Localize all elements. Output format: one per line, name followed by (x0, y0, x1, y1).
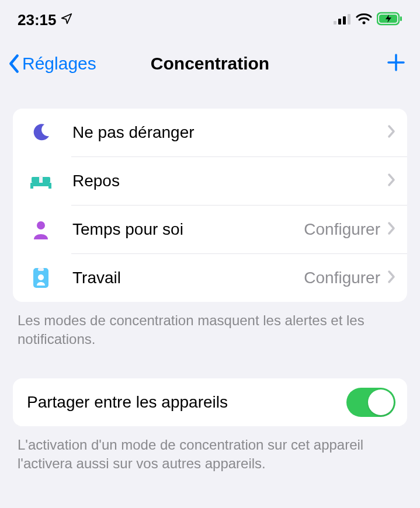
svg-rect-10 (30, 185, 33, 189)
moon-icon (27, 122, 55, 143)
cellular-icon (334, 13, 351, 27)
chevron-right-icon (387, 221, 395, 238)
back-button[interactable]: Réglages (7, 54, 96, 74)
status-time: 23:15 (18, 11, 57, 29)
chevron-right-icon (387, 173, 395, 189)
focus-mode-do-not-disturb[interactable]: Ne pas déranger (13, 109, 407, 156)
chevron-left-icon (7, 54, 21, 74)
plus-icon (386, 53, 406, 72)
svg-rect-2 (343, 16, 346, 25)
svg-point-4 (363, 22, 366, 25)
badge-icon (27, 267, 55, 289)
switch-knob (368, 389, 394, 415)
svg-rect-11 (48, 185, 51, 189)
add-button[interactable] (386, 53, 406, 75)
focus-modes-footer: Les modes de concentration masquent les … (0, 302, 420, 349)
focus-mode-sleep[interactable]: Repos (13, 157, 407, 205)
focus-mode-personal[interactable]: Temps pour soi Configurer (13, 206, 407, 253)
svg-rect-3 (348, 14, 350, 25)
focus-mode-label: Repos (72, 172, 120, 190)
back-label: Réglages (22, 54, 96, 74)
svg-point-16 (38, 274, 44, 280)
status-bar: 23:15 (0, 0, 420, 35)
focus-mode-label: Travail (72, 269, 121, 287)
chevron-right-icon (387, 124, 395, 141)
location-icon (60, 11, 73, 29)
battery-charging-icon (377, 12, 402, 28)
focus-mode-label: Ne pas déranger (72, 123, 195, 142)
focus-mode-label: Temps pour soi (72, 220, 183, 239)
share-toggle[interactable] (346, 388, 395, 417)
focus-modes-section: Ne pas déranger Repos (13, 109, 407, 302)
share-across-devices-row: Partager entre les appareils (13, 378, 407, 426)
share-footer: L'activation d'un mode de concentration … (0, 426, 420, 474)
svg-rect-7 (400, 16, 402, 21)
person-icon (27, 220, 55, 239)
bed-icon (27, 172, 55, 190)
share-section: Partager entre les appareils (13, 378, 407, 426)
svg-rect-9 (30, 183, 51, 186)
svg-rect-1 (338, 19, 341, 25)
nav-bar: Réglages Concentration (0, 35, 420, 85)
status-left: 23:15 (18, 11, 73, 29)
svg-rect-12 (39, 176, 43, 183)
chevron-right-icon (387, 270, 395, 286)
focus-mode-detail: Configurer (304, 269, 380, 287)
svg-rect-15 (38, 268, 44, 271)
share-label: Partager entre les appareils (27, 393, 228, 412)
focus-mode-detail: Configurer (304, 220, 380, 239)
svg-rect-0 (334, 21, 336, 25)
wifi-icon (356, 13, 372, 27)
status-right (334, 12, 402, 28)
focus-mode-work[interactable]: Travail Configurer (13, 254, 407, 302)
svg-point-13 (37, 221, 45, 229)
